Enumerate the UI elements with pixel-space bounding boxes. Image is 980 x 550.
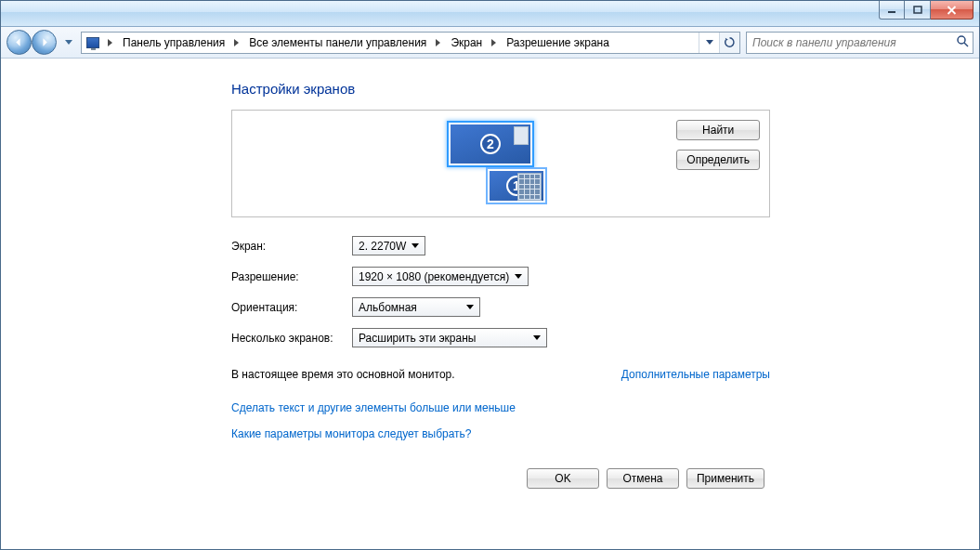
back-button[interactable]: [7, 30, 32, 55]
breadcrumb-resolution[interactable]: Разрешение экрана: [501, 33, 615, 53]
chevron-down-icon: [529, 331, 543, 345]
close-button[interactable]: [931, 1, 973, 20]
settings-form: Экран: 2. 2270W Разрешение: 1920 × 1080 …: [231, 236, 770, 347]
svg-rect-1: [914, 7, 921, 13]
help-link[interactable]: Какие параметры монитора следует выбрать…: [231, 427, 770, 440]
search-icon[interactable]: [956, 34, 969, 50]
screen-select[interactable]: 2. 2270W: [352, 236, 425, 255]
monitors-diagram[interactable]: 2 1: [436, 119, 566, 208]
screen-value: 2. 2270W: [359, 240, 406, 253]
title-bar: [1, 1, 979, 27]
dialog-footer: OK Отмена Применить: [231, 468, 764, 489]
chevron-down-icon: [463, 300, 477, 314]
search-box[interactable]: [746, 32, 973, 54]
ok-button[interactable]: OK: [527, 468, 599, 489]
resolution-select[interactable]: 1920 × 1080 (рекомендуется): [352, 267, 529, 286]
svg-point-2: [958, 36, 965, 44]
page-title: Настройки экранов: [231, 81, 770, 97]
nav-buttons: [7, 30, 57, 55]
multiple-displays-label: Несколько экранов:: [231, 332, 352, 345]
svg-rect-0: [888, 11, 895, 13]
crumb-sep-icon[interactable]: [488, 33, 501, 53]
advanced-settings-link[interactable]: Дополнительные параметры: [621, 368, 770, 381]
multiple-displays-value: Расширить эти экраны: [359, 332, 476, 345]
resolution-label: Разрешение:: [231, 270, 352, 283]
chevron-down-icon: [511, 269, 525, 283]
control-panel-icon: [84, 33, 102, 52]
primary-monitor-status: В настоящее время это основной монитор.: [231, 368, 455, 381]
search-input[interactable]: [751, 35, 956, 50]
apply-button[interactable]: Применить: [686, 468, 764, 489]
monitor-window-icon: [514, 126, 529, 145]
breadcrumb-all-items[interactable]: Все элементы панели управления: [243, 33, 432, 53]
window-controls: [879, 1, 973, 20]
chevron-down-icon: [408, 239, 422, 253]
detect-button[interactable]: Найти: [676, 120, 760, 140]
content-area: Настройки экранов 2 1 Найти Определить Э…: [1, 59, 979, 549]
multiple-displays-select[interactable]: Расширить эти экраны: [352, 328, 547, 347]
text-size-link[interactable]: Сделать текст и другие элементы больше и…: [231, 401, 770, 414]
breadcrumb-display[interactable]: Экран: [445, 33, 488, 53]
identify-button[interactable]: Определить: [676, 150, 760, 170]
forward-button[interactable]: [32, 30, 57, 55]
address-dropdown-button[interactable]: [699, 33, 719, 53]
refresh-button[interactable]: [719, 33, 739, 53]
orientation-value: Альбомная: [359, 301, 417, 314]
monitor-number: 2: [480, 134, 501, 154]
monitor-2[interactable]: 2: [449, 123, 532, 165]
orientation-label: Ориентация:: [231, 301, 352, 314]
nav-history-dropdown[interactable]: [62, 33, 75, 52]
crumb-sep-icon[interactable]: [432, 33, 445, 53]
breadcrumb-control-panel[interactable]: Панель управления: [117, 33, 230, 53]
monitor-1[interactable]: 1: [488, 169, 545, 203]
crumb-sep-icon[interactable]: [104, 33, 117, 53]
orientation-select[interactable]: Альбомная: [352, 297, 480, 317]
address-bar[interactable]: Панель управления Все элементы панели уп…: [81, 32, 740, 54]
resolution-value: 1920 × 1080 (рекомендуется): [359, 270, 509, 283]
screen-label: Экран:: [231, 240, 352, 253]
taskbar-icon: [517, 173, 542, 201]
toolbar: Панель управления Все элементы панели уп…: [1, 27, 979, 59]
display-preview: 2 1 Найти Определить: [231, 110, 770, 217]
maximize-button[interactable]: [905, 1, 931, 20]
cancel-button[interactable]: Отмена: [607, 468, 679, 489]
crumb-sep-icon[interactable]: [230, 33, 243, 53]
minimize-button[interactable]: [879, 1, 905, 20]
